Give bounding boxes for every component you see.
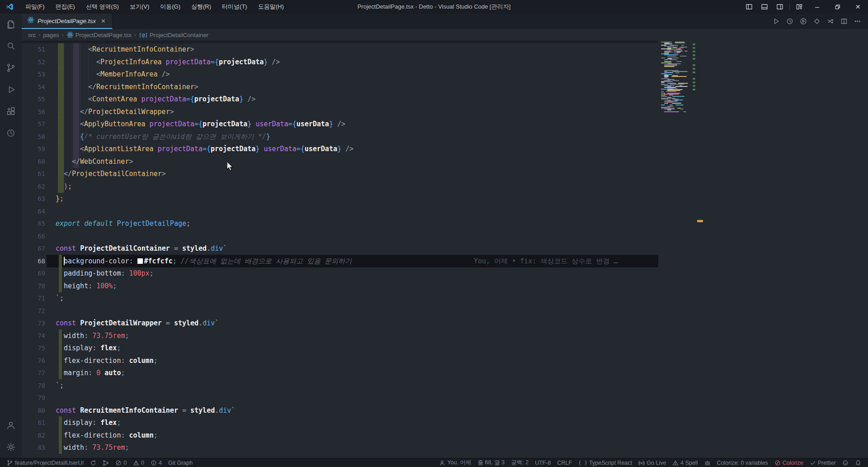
- editor[interactable]: 51<RecruitmentInfoContainer>52<ProjectIn…: [22, 41, 658, 458]
- minimap[interactable]: [658, 41, 691, 458]
- code-line-54[interactable]: 54</RecruitmentInfoContainer>: [22, 81, 658, 93]
- layout-panel-bottom-icon[interactable]: [757, 0, 772, 14]
- status-eol[interactable]: CRLF: [554, 458, 576, 467]
- code-line-75[interactable]: 75display: flex;: [22, 342, 658, 354]
- breadcrumb-item-src[interactable]: src: [28, 32, 36, 38]
- swap-icon[interactable]: [825, 15, 836, 27]
- minimize-button[interactable]: ─: [807, 0, 827, 14]
- code-line-77[interactable]: 77margin: 0 auto;: [22, 367, 658, 379]
- activitybar-settings-icon[interactable]: [0, 436, 22, 458]
- status-problems-info[interactable]: 4: [147, 458, 165, 467]
- code-line-57[interactable]: 57<ApplyButtonArea projectData={projectD…: [22, 118, 658, 130]
- status-robot[interactable]: [701, 458, 714, 467]
- code-line-51[interactable]: 51<RecruitmentInfoContainer>: [22, 43, 658, 56]
- minimap-line: [675, 105, 684, 105]
- status-language-mode[interactable]: { }TypeScript React: [575, 458, 635, 467]
- code-line-81[interactable]: 81display: flex;: [22, 416, 658, 429]
- menu-edit[interactable]: 편집(E): [50, 0, 80, 14]
- status-colorize-count[interactable]: Colorize: 0 variables: [714, 458, 771, 467]
- status-git-graph[interactable]: Git Graph: [165, 458, 196, 467]
- activitybar-explorer-icon[interactable]: [0, 14, 22, 35]
- menu-view[interactable]: 보기(V): [124, 0, 155, 14]
- status-cursor-position[interactable]: 줄 68, 열 3: [474, 458, 508, 467]
- code-line-72[interactable]: 72: [22, 305, 658, 317]
- code-line-69[interactable]: 69padding-bottom: 100px;: [22, 267, 658, 280]
- breadcrumb-item-projectdetailcontainer[interactable]: [@]ProjectDetailContainer: [139, 32, 208, 38]
- code-line-74[interactable]: 74width: 73.75rem;: [22, 329, 658, 342]
- status-prettier[interactable]: Prettier: [807, 458, 839, 467]
- breadcrumb-item-projectdetailpage-tsx[interactable]: ProjectDetailPage.tsx: [66, 31, 132, 38]
- line-number: 82: [22, 429, 45, 442]
- run-circle-icon[interactable]: [797, 15, 809, 27]
- activitybar-run-debug-icon[interactable]: [0, 79, 22, 100]
- menu-run[interactable]: 실행(R): [186, 0, 217, 14]
- history-icon[interactable]: [784, 15, 796, 27]
- status-sync[interactable]: [87, 458, 99, 467]
- code-line-65[interactable]: 65export default ProjectDetailPage;: [22, 217, 658, 230]
- status-go-live[interactable]: Go Live: [635, 458, 669, 467]
- menu-go[interactable]: 이동(G): [155, 0, 186, 14]
- status-problems-warnings[interactable]: 0: [130, 458, 147, 467]
- code-line-63[interactable]: 63};: [22, 192, 658, 205]
- code-line-66[interactable]: 66: [22, 230, 658, 243]
- status-problems-errors[interactable]: 0: [112, 458, 130, 467]
- activitybar-source-control-icon[interactable]: [0, 57, 22, 79]
- code-line-53[interactable]: 53<MemberInfoArea />: [22, 68, 658, 81]
- code-line-68[interactable]: 68background-color: #fcfcfc; //색상표에 없는데 …: [22, 255, 658, 267]
- activitybar-account-icon[interactable]: [0, 415, 22, 436]
- activitybar-search-icon[interactable]: [0, 35, 22, 57]
- tab-projectdetailpage[interactable]: ProjectDetailPage.tsx ✕: [22, 14, 113, 29]
- code-line-62[interactable]: 62);: [22, 180, 658, 193]
- status-indentation[interactable]: 공백: 2: [508, 458, 532, 467]
- status-encoding[interactable]: UTF-8: [532, 458, 554, 467]
- code-line-82[interactable]: 82flex-direction: column;: [22, 429, 658, 442]
- layout-sidebar-left-icon[interactable]: [741, 0, 757, 14]
- code-line-83[interactable]: 83width: 73.75rem;: [22, 441, 658, 454]
- activitybar-extensions-icon[interactable]: [0, 100, 22, 122]
- close-button[interactable]: ✕: [848, 0, 868, 14]
- status-spell-checker[interactable]: 4 Spell: [669, 458, 701, 467]
- code-line-60[interactable]: 60</WebContainer>: [22, 155, 658, 168]
- layout-customize-icon[interactable]: [792, 0, 807, 14]
- menu-terminal[interactable]: 터미널(T): [217, 0, 253, 14]
- code-line-52[interactable]: 52<ProjectInfoArea projectData={projectD…: [22, 56, 658, 68]
- minimap-line: [669, 95, 673, 95]
- status-git-branch[interactable]: feature/ProjectDetailUserUI: [4, 458, 87, 467]
- code-line-58[interactable]: 58{/* currentUser랑 글쓴이uid랑 같으면 보이게하기 */}: [22, 130, 658, 143]
- status-gitlens-blame[interactable]: You, 어제: [436, 458, 474, 467]
- code-line-56[interactable]: 56</ProjectDetailWrapper>: [22, 105, 658, 118]
- line-number: 68: [22, 255, 45, 267]
- more-icon[interactable]: [852, 15, 863, 27]
- status-notifications[interactable]: [852, 458, 864, 467]
- code-line-71[interactable]: 71`;: [22, 292, 658, 305]
- split-editor-icon[interactable]: [838, 15, 850, 27]
- line-number: 60: [22, 155, 45, 168]
- code-line-76[interactable]: 76flex-direction: column;: [22, 354, 658, 367]
- breadcrumb-item-pages[interactable]: pages: [43, 32, 59, 38]
- code-line-79[interactable]: 79: [22, 391, 658, 404]
- diamond-icon[interactable]: [811, 15, 823, 27]
- overview-ruler[interactable]: [691, 41, 703, 458]
- code-line-80[interactable]: 80const RecruitmentInfoContainer = style…: [22, 404, 658, 417]
- run-icon[interactable]: [770, 15, 782, 27]
- code-line-64[interactable]: 64: [22, 205, 658, 218]
- layout-sidebar-right-icon[interactable]: [772, 0, 788, 14]
- activitybar-gitlens-icon[interactable]: [0, 122, 22, 144]
- code-line-55[interactable]: 55<ContentArea projectData={projectData}…: [22, 93, 658, 105]
- code-line-61[interactable]: 61</ProjectDetailContainer>: [22, 167, 658, 180]
- restore-button[interactable]: [827, 0, 848, 14]
- code-line-78[interactable]: 78`;: [22, 379, 658, 392]
- close-tab-icon[interactable]: ✕: [99, 17, 108, 25]
- menu-selection[interactable]: 선택 영역(S): [80, 0, 124, 14]
- menu-file[interactable]: 파일(F): [20, 0, 50, 14]
- git-change-mark: [693, 78, 695, 80]
- code-line-59[interactable]: 59<ApplicantListArea projectData={projec…: [22, 143, 658, 155]
- code-line-67[interactable]: 67const ProjectDetailContainer = styled.…: [22, 242, 658, 255]
- minimap-line: [672, 71, 688, 72]
- status-git-graph-icon[interactable]: [99, 458, 112, 467]
- status-colorize-toggle[interactable]: Colorize: [771, 458, 807, 467]
- code-line-70[interactable]: 70height: 100%;: [22, 280, 658, 292]
- status-feedback[interactable]: [839, 458, 852, 467]
- code-line-73[interactable]: 73const ProjectDetailWrapper = styled.di…: [22, 317, 658, 329]
- menu-help[interactable]: 도움말(H): [253, 0, 289, 14]
